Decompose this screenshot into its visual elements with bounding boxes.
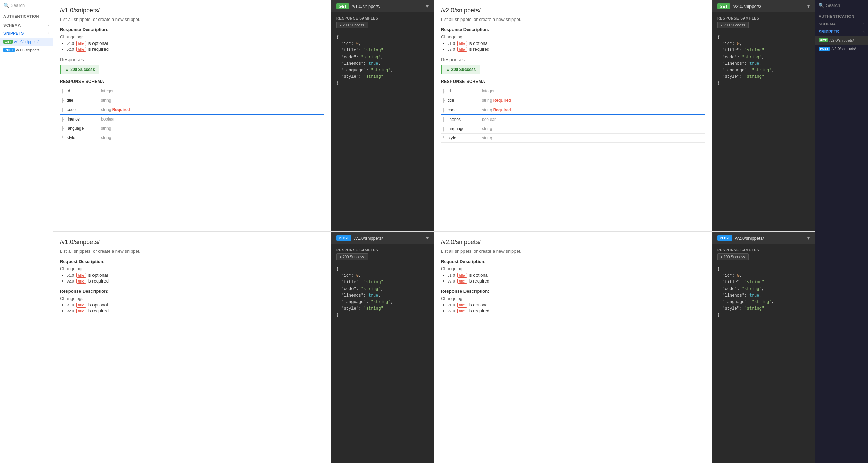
dark-header[interactable]: GET /v1.0/snippets/ ▾ bbox=[331, 0, 434, 12]
code-block: { "id": 0, "title": "string", "code": "s… bbox=[331, 31, 434, 90]
v1-post-changelog: v1.0 title is optional v2.0 title is req… bbox=[60, 273, 324, 284]
sidebar-item-post-v1[interactable]: POST /v1.0/snippets/ bbox=[0, 46, 53, 54]
v2-code-block: { "id": 0, "title": "string", "code": "s… bbox=[712, 31, 815, 90]
right-sidebar-item-get-v2[interactable]: GET /v2.0/snippets/ bbox=[815, 36, 868, 45]
table-row: ├ id integer bbox=[60, 87, 324, 96]
table-row: └ style string bbox=[441, 134, 705, 143]
v2-post-code-block: { "id": 0, "title": "string", "code": "s… bbox=[712, 263, 815, 322]
v2-post-response-samples-label: RESPONSE SAMPLES bbox=[712, 244, 815, 254]
v2-post-changelog-label: Changelog: bbox=[441, 266, 705, 271]
post-success-dark-badge[interactable]: ▪ 200 Success bbox=[336, 253, 368, 260]
get-badge: GET bbox=[3, 40, 13, 44]
dark-path: /v1.0/snippets/ bbox=[352, 4, 381, 9]
success-dark-badge[interactable]: ▪ 200 Success bbox=[336, 22, 368, 28]
v2-get-method-badge: GET bbox=[717, 3, 730, 9]
v2-success-badge[interactable]: ▲ 200 Success bbox=[441, 65, 480, 74]
v1-schema-title: RESPONSE SCHEMA bbox=[60, 79, 324, 84]
v2-dark-header[interactable]: GET /v2.0/snippets/ ▾ bbox=[712, 0, 815, 12]
right-auth-section: AUTHENTICATION bbox=[815, 11, 868, 20]
sidebar-item-get-v1[interactable]: GET /v1.0/snippets/ bbox=[0, 38, 53, 46]
v1-post-dark: POST /v1.0/snippets/ ▾ RESPONSE SAMPLES … bbox=[331, 232, 434, 463]
right-schema-chevron-icon: › bbox=[863, 22, 865, 26]
v1-get-path: /v1.0/snippets/ bbox=[60, 7, 324, 14]
right-snippets-section[interactable]: SNIPPETS › bbox=[815, 27, 868, 36]
post-response-samples-label: RESPONSE SAMPLES bbox=[331, 244, 434, 254]
post-dark-header[interactable]: POST /v1.0/snippets/ ▾ bbox=[331, 232, 434, 244]
v2-post-dark-header[interactable]: POST /v2.0/snippets/ ▾ bbox=[712, 232, 815, 244]
v2-post-changelog2: v1.0 title is optional v2.0 title is req… bbox=[441, 302, 705, 313]
v2-post-chevron-down-icon[interactable]: ▾ bbox=[807, 235, 810, 241]
left-search-bar[interactable]: 🔍 Search bbox=[0, 0, 53, 11]
v1-post-description: List all snippets, or create a new snipp… bbox=[60, 249, 324, 254]
post-chevron-down-icon[interactable]: ▾ bbox=[426, 235, 429, 241]
v2-changelog-item-2: v2.0 title is required bbox=[448, 47, 705, 52]
table-row: ├ linenos boolean bbox=[60, 114, 324, 124]
post-v1-changelog-item-2: v2.0 title is required bbox=[67, 278, 324, 284]
auth-section: AUTHENTICATION bbox=[0, 11, 53, 20]
v2-dark-path: /v2.0/snippets/ bbox=[733, 4, 761, 9]
get-method-badge: GET bbox=[336, 3, 349, 9]
v2-get-description: List all snippets, or create a new snipp… bbox=[441, 17, 705, 22]
v2-responses-label: Responses bbox=[441, 57, 705, 62]
right-search-bar[interactable]: 🔍 Search bbox=[815, 0, 868, 11]
post-v1-changelog-item-1: v1.0 title is optional bbox=[67, 273, 324, 278]
v1-post-changelog-label: Changelog: bbox=[60, 266, 324, 271]
v1-changelog-label: Changelog: bbox=[60, 34, 324, 39]
response-samples-label: RESPONSE SAMPLES bbox=[331, 12, 434, 22]
v2-post-changelog2-item-1: v1.0 title is optional bbox=[448, 302, 705, 308]
v2-post-method-badge: POST bbox=[717, 235, 732, 241]
v2-success-dark-badge[interactable]: ▪ 200 Success bbox=[717, 22, 749, 28]
v2-post-dark: POST /v2.0/snippets/ ▾ RESPONSE SAMPLES … bbox=[712, 232, 815, 463]
v2-changelog-item-1: v1.0 title is optional bbox=[448, 41, 705, 46]
v1-post-changelog2-label: Changelog: bbox=[60, 296, 324, 301]
v2-get-path: /v2.0/snippets/ bbox=[441, 7, 705, 14]
table-row: ├ id integer bbox=[441, 87, 705, 96]
v2-post-changelog-item-2: v2.0 title is required bbox=[448, 278, 705, 284]
v2-post-description: List all snippets, or create a new snipp… bbox=[441, 249, 705, 254]
table-row: ├ title string Required bbox=[441, 96, 705, 105]
v2-post-changelog: v1.0 title is optional v2.0 title is req… bbox=[441, 273, 705, 284]
schema-chevron-icon: › bbox=[48, 23, 49, 27]
v2-post-resp-label: Response Description: bbox=[441, 289, 705, 294]
left-sidebar: 🔍 Search AUTHENTICATION SCHEMA › SNIPPET… bbox=[0, 0, 53, 463]
table-row: ├ linenos boolean bbox=[441, 115, 705, 124]
right-sidebar-item-post-v2[interactable]: POST /v2.0/snippets/ bbox=[815, 45, 868, 53]
right-post-badge: POST bbox=[819, 47, 830, 51]
v2-post-changelog2-item-2: v2.0 title is required bbox=[448, 308, 705, 313]
v1-post-req-label: Request Description: bbox=[60, 259, 324, 264]
table-row: ├ language string bbox=[441, 124, 705, 134]
v1-responses-label: Responses bbox=[60, 57, 324, 62]
table-row: ├ title string bbox=[60, 96, 324, 105]
v2-post-changelog2-label: Changelog: bbox=[441, 296, 705, 301]
right-snippets-chevron-icon: › bbox=[863, 29, 865, 34]
post-dark-path: /v1.0/snippets/ bbox=[354, 236, 383, 241]
v2-schema-title: RESPONSE SCHEMA bbox=[441, 79, 705, 84]
v2-post-req-label: Request Description: bbox=[441, 259, 705, 264]
right-get-badge: GET bbox=[819, 38, 828, 42]
v1-success-badge[interactable]: ▲ 200 Success bbox=[60, 65, 99, 74]
v2-get-doc: /v2.0/snippets/ List all snippets, or cr… bbox=[434, 0, 712, 231]
snippets-section[interactable]: SNIPPETS › bbox=[0, 29, 53, 38]
v2-get-dark: GET /v2.0/snippets/ ▾ RESPONSE SAMPLES ▪… bbox=[712, 0, 815, 231]
post-badge: POST bbox=[3, 48, 15, 52]
changelog-item-1: v1.0 title is optional bbox=[67, 41, 324, 46]
right-schema-section: SCHEMA › bbox=[815, 20, 868, 27]
schema-section: SCHEMA › bbox=[0, 20, 53, 29]
v1-get-dark: GET /v1.0/snippets/ ▾ RESPONSE SAMPLES ▪… bbox=[331, 0, 434, 231]
v2-schema-table: ├ id integer ├ title string Required ├ c… bbox=[441, 87, 705, 143]
v2-changelog-label: Changelog: bbox=[441, 34, 705, 39]
v2-response-desc-label: Response Description: bbox=[441, 27, 705, 32]
post-v1-changelog2-item-1: v1.0 title is optional bbox=[67, 302, 324, 308]
search-icon: 🔍 bbox=[3, 3, 9, 8]
v1-get-doc: /v1.0/snippets/ List all snippets, or cr… bbox=[53, 0, 331, 231]
chevron-down-icon[interactable]: ▾ bbox=[426, 3, 429, 9]
changelog-item-2: v2.0 title is required bbox=[67, 47, 324, 52]
v2-post-success-badge[interactable]: ▪ 200 Success bbox=[717, 253, 749, 260]
v1-response-desc-label: Response Description: bbox=[60, 27, 324, 32]
snippets-chevron-icon: › bbox=[48, 31, 49, 36]
v2-post-path: /v2.0/snippets/ bbox=[441, 239, 705, 246]
v2-response-samples-label: RESPONSE SAMPLES bbox=[712, 12, 815, 22]
v2-post-dark-path: /v2.0/snippets/ bbox=[735, 236, 764, 241]
v2-chevron-down-icon[interactable]: ▾ bbox=[807, 3, 810, 9]
v1-post-path: /v1.0/snippets/ bbox=[60, 239, 324, 246]
